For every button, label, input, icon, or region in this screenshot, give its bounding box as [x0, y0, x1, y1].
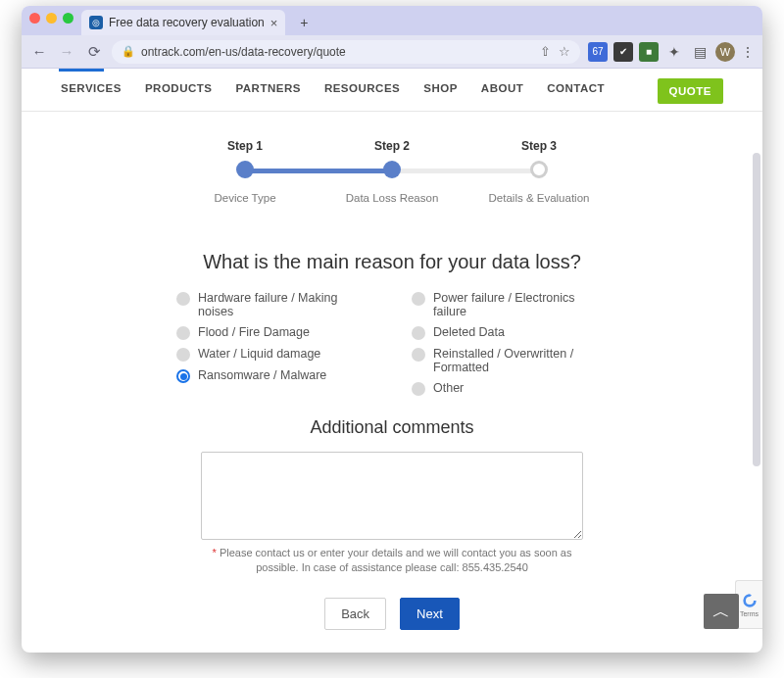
option-deleted-data[interactable]: Deleted Data [412, 325, 608, 340]
radio-icon [412, 292, 425, 306]
brand-accent [59, 69, 104, 72]
option-flood-fire[interactable]: Flood / Fire Damage [176, 325, 372, 340]
new-tab-button[interactable]: + [293, 12, 315, 33]
window-close-icon[interactable] [29, 13, 40, 24]
nav-link-contact[interactable]: CONTACT [547, 82, 605, 94]
step-circle-icon [530, 161, 548, 178]
tab-favicon-icon: ◎ [89, 16, 103, 29]
option-ransomware-malware[interactable]: Ransomware / Malware [176, 368, 372, 383]
recaptcha-icon [742, 593, 758, 608]
option-reinstalled[interactable]: Reinstalled / Overwritten / Formatted [412, 347, 608, 374]
chevron-up-icon: ︿ [712, 600, 730, 623]
nav-back-icon[interactable]: ← [29, 42, 49, 62]
option-power-failure[interactable]: Power failure / Electronics failure [412, 291, 608, 318]
window-traffic-lights [29, 6, 74, 35]
step-circle-icon [236, 161, 254, 178]
quote-button[interactable]: QUOTE [658, 78, 723, 104]
step-2: Step 2 Data Loss Reason [318, 139, 466, 204]
extension-icons: 67 ✔ ■ ✦ ▤ W ⋮ [588, 42, 755, 62]
radio-icon [412, 326, 425, 340]
nav-forward-icon[interactable]: → [57, 42, 76, 62]
progress-stepper: Step 1 Device Type Step 2 Data Loss Reas… [22, 139, 762, 204]
radio-icon [412, 348, 425, 362]
scrollbar[interactable] [753, 153, 760, 466]
url-text: ontrack.com/en-us/data-recovery/quote [141, 45, 346, 59]
extension-icon[interactable]: 67 [588, 42, 608, 62]
window-minimize-icon[interactable] [46, 13, 57, 24]
nav-link-resources[interactable]: RESOURCES [324, 82, 400, 94]
url-bar[interactable]: 🔒 ontrack.com/en-us/data-recovery/quote … [112, 40, 580, 64]
nav-link-services[interactable]: SERVICES [61, 82, 122, 94]
recaptcha-badge[interactable]: Terms [735, 580, 762, 629]
window-zoom-icon[interactable] [63, 13, 74, 24]
radio-icon [176, 292, 190, 306]
radio-icon [176, 326, 190, 340]
page-content: SERVICES PRODUCTS PARTNERS RESOURCES SHO… [22, 69, 762, 653]
step-circle-icon [383, 161, 401, 178]
bookmark-icon[interactable]: ☆ [559, 44, 570, 59]
share-icon[interactable]: ⇧ [540, 44, 551, 59]
site-topnav: SERVICES PRODUCTS PARTNERS RESOURCES SHO… [22, 69, 762, 112]
browser-tab[interactable]: ◎ Free data recovery evaluation × [81, 10, 285, 35]
browser-tabstrip: ◎ Free data recovery evaluation × + [22, 6, 762, 35]
nav-reload-icon[interactable]: ⟳ [84, 42, 104, 62]
form-buttons: Back Next [22, 598, 762, 650]
reading-list-icon[interactable]: ▤ [690, 42, 710, 62]
extension-icon[interactable]: ■ [639, 42, 659, 62]
next-button[interactable]: Next [400, 598, 460, 630]
profile-avatar[interactable]: W [715, 42, 735, 62]
options-group: Hardware failure / Making noises Flood /… [22, 291, 762, 396]
tab-title: Free data recovery evaluation [109, 16, 265, 29]
comments-textarea[interactable] [201, 452, 583, 540]
browser-toolbar: ← → ⟳ 🔒 ontrack.com/en-us/data-recovery/… [22, 35, 762, 69]
option-hardware-failure[interactable]: Hardware failure / Making noises [176, 291, 372, 318]
comments-heading: Additional comments [22, 417, 762, 438]
lock-icon: 🔒 [122, 45, 135, 58]
tab-close-icon[interactable]: × [270, 16, 278, 30]
step-1: Step 1 Device Type [172, 139, 318, 204]
radio-icon [176, 348, 190, 362]
browser-menu-icon[interactable]: ⋮ [741, 44, 755, 60]
nav-link-partners[interactable]: PARTNERS [235, 82, 300, 94]
help-text: * Please contact us or enter your detail… [196, 546, 588, 576]
back-button[interactable]: Back [324, 598, 386, 630]
nav-link-about[interactable]: ABOUT [481, 82, 523, 94]
nav-link-shop[interactable]: SHOP [423, 82, 458, 94]
extension-icon[interactable]: ✔ [613, 42, 633, 62]
nav-link-products[interactable]: PRODUCTS [145, 82, 213, 94]
radio-icon [412, 382, 425, 396]
option-water-liquid[interactable]: Water / Liquid damage [176, 347, 372, 362]
radio-icon [176, 369, 190, 383]
step-3: Step 3 Details & Evaluation [466, 139, 612, 204]
option-other[interactable]: Other [412, 381, 608, 396]
extensions-menu-icon[interactable]: ✦ [664, 42, 684, 62]
scroll-to-top-button[interactable]: ︿ [704, 594, 739, 629]
form-question: What is the main reason for your data lo… [22, 251, 762, 273]
